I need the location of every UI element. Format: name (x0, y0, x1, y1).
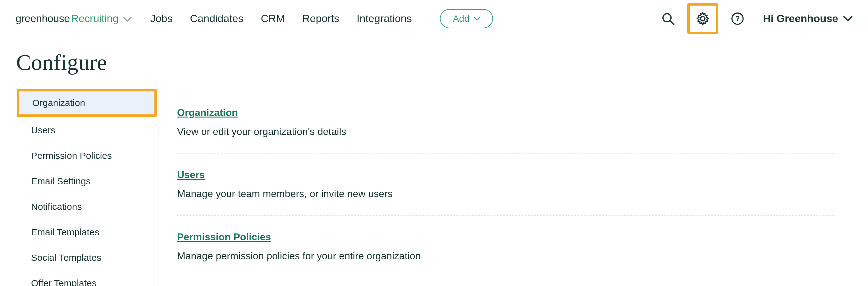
help-icon[interactable]: ? (729, 10, 746, 27)
section-permission-policies: Permission Policies Manage permission po… (177, 231, 834, 277)
nav-integrations[interactable]: Integrations (356, 12, 412, 25)
search-icon[interactable] (659, 10, 677, 27)
top-nav: greenhouse Recruiting Jobs Candidates CR… (0, 0, 868, 37)
sidebar-item-label: Email Templates (31, 227, 99, 237)
nav-candidates[interactable]: Candidates (190, 12, 244, 25)
sidebar-item-label: Notifications (31, 201, 82, 212)
user-greeting-label: Hi Greenhouse (763, 12, 838, 25)
sidebar-item-offer-templates[interactable]: Offer Templates (16, 270, 158, 286)
sidebar-item-users[interactable]: Users (16, 117, 158, 143)
nav-links: Jobs Candidates CRM Reports Integrations (150, 12, 412, 25)
add-button-label: Add (453, 13, 469, 24)
section-link-organization[interactable]: Organization (177, 107, 238, 118)
user-menu[interactable]: Hi Greenhouse (763, 12, 852, 25)
section-link-users[interactable]: Users (177, 169, 205, 181)
chevron-down-icon[interactable] (123, 17, 132, 22)
topnav-right: ? Hi Greenhouse (659, 3, 852, 34)
svg-point-2 (701, 17, 705, 21)
nav-crm[interactable]: CRM (261, 12, 285, 25)
section-users: Users Manage your team members, or invit… (177, 169, 834, 216)
main-panel: Organization View or edit your organizat… (158, 88, 852, 286)
sidebar-highlight: Organization (17, 89, 157, 117)
nav-jobs[interactable]: Jobs (150, 12, 173, 25)
section-link-permission-policies[interactable]: Permission Policies (177, 231, 271, 243)
svg-point-0 (663, 14, 671, 22)
content: Organization Users Permission Policies E… (16, 88, 852, 286)
section-desc: Manage permission policies for your enti… (177, 250, 834, 262)
logo[interactable]: greenhouse Recruiting (16, 12, 132, 25)
svg-line-1 (671, 21, 674, 25)
sidebar-item-permission-policies[interactable]: Permission Policies (16, 143, 158, 169)
sidebar-item-label: Email Settings (31, 176, 91, 186)
sidebar-item-organization[interactable]: Organization (19, 91, 154, 114)
sidebar: Organization Users Permission Policies E… (16, 88, 158, 286)
gear-icon[interactable] (694, 10, 711, 27)
sidebar-item-email-templates[interactable]: Email Templates (16, 220, 158, 245)
sidebar-item-email-settings[interactable]: Email Settings (16, 169, 158, 194)
chevron-down-icon (474, 17, 480, 21)
add-button[interactable]: Add (440, 9, 493, 28)
settings-highlight (687, 3, 718, 34)
nav-reports[interactable]: Reports (302, 12, 339, 25)
sidebar-item-label: Permission Policies (31, 150, 112, 161)
sidebar-item-label: Offer Templates (31, 278, 97, 286)
section-organization: Organization View or edit your organizat… (177, 107, 834, 153)
logo-text-1: greenhouse (16, 12, 70, 25)
page-title: Configure (0, 37, 868, 88)
sidebar-item-label: Users (31, 125, 55, 135)
section-desc: Manage your team members, or invite new … (177, 188, 834, 200)
section-desc: View or edit your organization's details (177, 126, 834, 137)
sidebar-item-notifications[interactable]: Notifications (16, 194, 158, 220)
chevron-down-icon (843, 16, 852, 22)
sidebar-item-label: Social Templates (31, 252, 101, 263)
sidebar-item-label: Organization (32, 97, 85, 108)
sidebar-item-social-templates[interactable]: Social Templates (16, 245, 158, 270)
logo-text-2: Recruiting (71, 12, 119, 25)
svg-text:?: ? (735, 14, 740, 23)
